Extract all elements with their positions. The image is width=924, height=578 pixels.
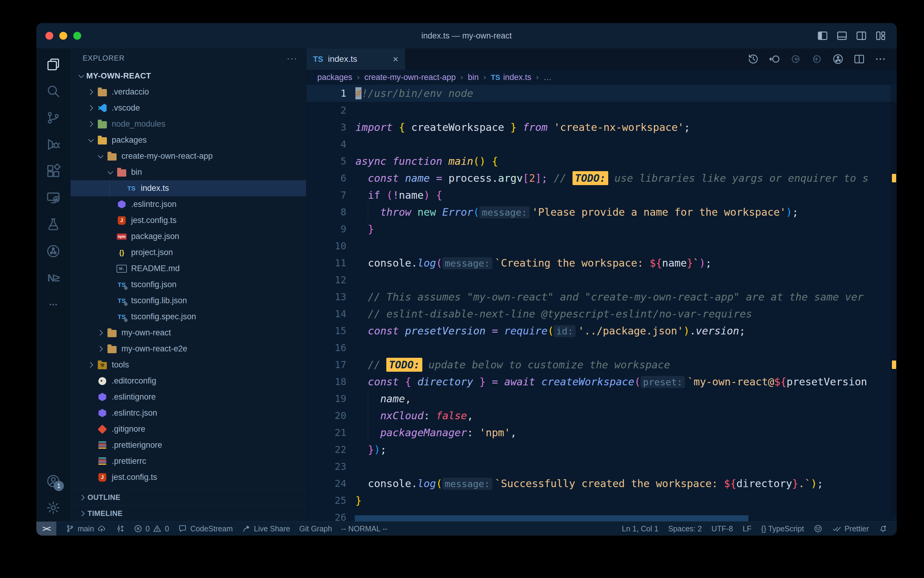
tree-item-jest.config.ts[interactable]: Jjest.config.ts xyxy=(71,469,306,485)
status-commits[interactable] xyxy=(115,522,125,536)
overview-ruler[interactable] xyxy=(891,85,897,515)
tree-item-package.json[interactable]: npmpackage.json xyxy=(71,229,306,245)
line-number[interactable]: 3 xyxy=(306,119,346,136)
line-number[interactable]: 12 xyxy=(306,271,346,288)
line-number[interactable]: 4 xyxy=(306,136,346,153)
minimize-window-button[interactable] xyxy=(59,32,67,40)
activity-settings-icon[interactable] xyxy=(45,500,61,516)
code-editor[interactable]: 1#!/usr/bin/env node23import { createWor… xyxy=(306,85,897,521)
line-number[interactable]: 9 xyxy=(306,221,346,237)
tree-item-node_modules[interactable]: node_modules xyxy=(71,116,306,132)
timeline-section[interactable]: TIMELINE xyxy=(71,505,306,521)
line-number[interactable]: 15 xyxy=(306,322,346,339)
line-number[interactable]: 2 xyxy=(306,102,346,119)
line-number[interactable]: 21 xyxy=(306,424,346,441)
tree-item-.verdaccio[interactable]: .verdaccio xyxy=(71,84,306,100)
activity-remote-explorer-icon[interactable] xyxy=(45,190,61,206)
tree-item-tsconfig.lib.json[interactable]: TStsconfig.lib.json xyxy=(71,293,306,309)
tree-item-tsconfig.json[interactable]: TStsconfig.json xyxy=(71,277,306,293)
line-number[interactable]: 20 xyxy=(306,407,346,424)
tree-item-my-own-react-e2e[interactable]: my-own-react-e2e xyxy=(71,341,306,357)
activity-codestream-icon[interactable] xyxy=(45,243,61,259)
tree-item-tsconfig.spec.json[interactable]: TStsconfig.spec.json xyxy=(71,309,306,325)
tree-item-bin[interactable]: bin xyxy=(71,164,306,180)
tree-item-tools[interactable]: ⚒tools xyxy=(71,357,306,373)
breadcrumb-item-create-my-own-react-app[interactable]: create-my-own-react-app xyxy=(364,73,456,82)
line-number[interactable]: 8 xyxy=(306,204,346,221)
tree-item-.editorconfig[interactable]: .editorconfig xyxy=(71,373,306,389)
tree-item-my-own-react[interactable]: my-own-react xyxy=(71,325,306,341)
toggle-secondary-sidebar-icon[interactable] xyxy=(856,30,867,42)
breadcrumb-item-packages[interactable]: packages xyxy=(317,73,353,82)
close-window-button[interactable] xyxy=(45,32,53,40)
status-indentation[interactable]: Spaces: 2 xyxy=(668,522,702,536)
activity-accounts-icon[interactable]: 1 xyxy=(45,473,61,489)
status-git-branch[interactable]: main xyxy=(65,522,106,536)
breadcrumb-item-bin[interactable]: bin xyxy=(468,73,479,82)
status-language-mode[interactable]: {} TypeScript xyxy=(761,522,804,536)
line-number[interactable]: 1 xyxy=(306,85,346,102)
more-actions-icon[interactable] xyxy=(874,53,887,65)
tree-item-index.ts[interactable]: TSindex.ts xyxy=(71,180,306,196)
tree-item-jest.config.ts[interactable]: Jjest.config.ts xyxy=(71,213,306,229)
activity-search-icon[interactable] xyxy=(45,83,61,99)
line-number[interactable]: 14 xyxy=(306,305,346,322)
tree-item-.eslintrc.json[interactable]: .eslintrc.json xyxy=(71,405,306,421)
line-number[interactable]: 13 xyxy=(306,288,346,305)
status-codestream[interactable]: CodeStream xyxy=(178,522,233,536)
line-number[interactable]: 19 xyxy=(306,390,346,407)
breadcrumb-item-index.ts[interactable]: TSindex.ts xyxy=(491,73,531,82)
tree-item-.vscode[interactable]: .vscode xyxy=(71,100,306,116)
toggle-sidebar-icon[interactable] xyxy=(817,30,829,42)
tree-item-packages[interactable]: packages xyxy=(71,132,306,148)
open-previous-icon[interactable] xyxy=(769,53,780,65)
activity-run-debug-icon[interactable] xyxy=(45,136,61,153)
activity-testing-icon[interactable] xyxy=(45,216,61,233)
activity-explorer-icon[interactable] xyxy=(45,56,61,73)
status-notifications[interactable] xyxy=(879,522,888,536)
line-number[interactable]: 18 xyxy=(306,373,346,390)
tree-item-.prettierrc[interactable]: .prettierrc xyxy=(71,453,306,469)
tab-index-ts[interactable]: TS index.ts × xyxy=(306,49,405,70)
customize-layout-icon[interactable] xyxy=(875,30,887,42)
tree-item-.gitignore[interactable]: .gitignore xyxy=(71,421,306,437)
toggle-panel-icon[interactable] xyxy=(836,30,848,42)
tree-item-.eslintignore[interactable]: .eslintignore xyxy=(71,389,306,405)
split-editor-icon[interactable] xyxy=(853,53,865,65)
tree-item-create-my-own-react-app[interactable]: create-my-own-react-app xyxy=(71,148,306,164)
horizontal-scrollbar[interactable] xyxy=(355,515,748,521)
line-number[interactable]: 7 xyxy=(306,187,346,204)
tree-item-.eslintrc.json[interactable]: .eslintrc.json xyxy=(71,196,306,213)
tree-item-README.md[interactable]: M↓README.md xyxy=(71,261,306,277)
activity-more-views-icon[interactable]: ··· xyxy=(45,296,61,313)
line-number[interactable]: 16 xyxy=(306,339,346,356)
status-cursor-position[interactable]: Ln 1, Col 1 xyxy=(622,522,659,536)
status-prettier[interactable]: Prettier xyxy=(832,522,869,536)
breadcrumb-item-…[interactable]: … xyxy=(544,73,552,82)
title-bar[interactable]: index.ts — my-own-react xyxy=(36,23,897,49)
status-problems[interactable]: 00 xyxy=(134,522,169,536)
line-number[interactable]: 25 xyxy=(306,492,346,509)
status-eol[interactable]: LF xyxy=(743,522,751,536)
line-number[interactable]: 11 xyxy=(306,255,346,271)
line-number[interactable]: 17 xyxy=(306,356,346,373)
scm-graph-icon[interactable] xyxy=(832,53,844,65)
status-git-graph[interactable]: Git Graph xyxy=(299,522,332,536)
line-number[interactable]: 10 xyxy=(306,237,346,255)
status-feedback[interactable] xyxy=(814,522,822,536)
status-remote-indicator[interactable]: >< xyxy=(36,522,56,536)
line-number[interactable]: 23 xyxy=(306,458,346,475)
line-number[interactable]: 6 xyxy=(306,170,346,187)
timeline-history-icon[interactable] xyxy=(747,53,759,65)
status-encoding[interactable]: UTF-8 xyxy=(712,522,733,536)
tree-root[interactable]: MY-OWN-REACT xyxy=(71,68,306,84)
tree-item-project.json[interactable]: {}project.json xyxy=(71,245,306,261)
activity-source-control-icon[interactable] xyxy=(45,110,61,126)
line-number[interactable]: 22 xyxy=(306,441,346,458)
line-number[interactable]: 24 xyxy=(306,475,346,492)
status-vim-mode[interactable]: -- NORMAL -- xyxy=(341,522,388,536)
nav-forward-icon[interactable] xyxy=(811,53,823,65)
line-number[interactable]: 26 xyxy=(306,509,346,521)
explorer-more-actions-icon[interactable]: ··· xyxy=(287,53,298,63)
outline-section[interactable]: OUTLINE xyxy=(71,489,306,505)
